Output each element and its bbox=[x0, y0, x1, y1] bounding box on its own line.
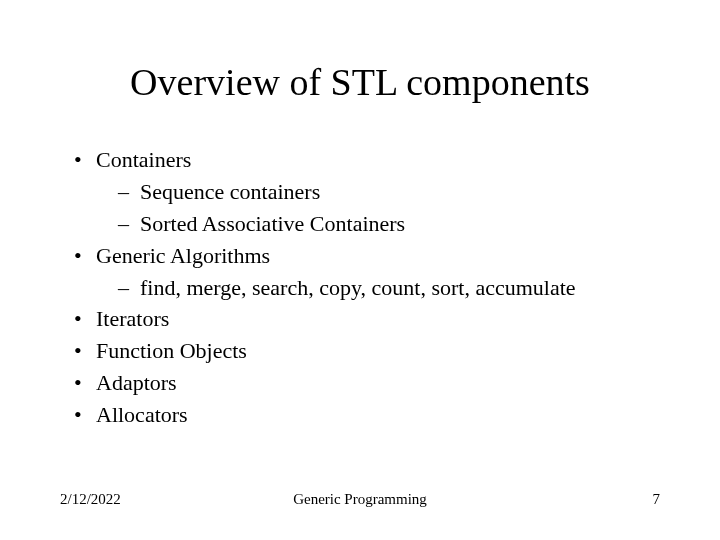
list-item: Function Objects bbox=[74, 335, 660, 367]
list-item: Sequence containers bbox=[118, 176, 660, 208]
bullet-text: Adaptors bbox=[96, 370, 177, 395]
list-item: Adaptors bbox=[74, 367, 660, 399]
list-item: Iterators bbox=[74, 303, 660, 335]
list-item: Generic Algorithms find, merge, search, … bbox=[74, 240, 660, 304]
bullet-text: Sorted Associative Containers bbox=[140, 211, 405, 236]
bullet-text: find, merge, search, copy, count, sort, … bbox=[140, 275, 576, 300]
footer-date: 2/12/2022 bbox=[60, 491, 121, 508]
list-item: find, merge, search, copy, count, sort, … bbox=[118, 272, 660, 304]
bullet-text: Allocators bbox=[96, 402, 188, 427]
bullet-text: Sequence containers bbox=[140, 179, 320, 204]
footer-title: Generic Programming bbox=[293, 491, 427, 508]
bullet-text: Containers bbox=[96, 147, 191, 172]
list-item: Allocators bbox=[74, 399, 660, 431]
footer-page-number: 7 bbox=[653, 491, 661, 508]
list-item: Sorted Associative Containers bbox=[118, 208, 660, 240]
bullet-text: Iterators bbox=[96, 306, 169, 331]
slide-title: Overview of STL components bbox=[60, 60, 660, 104]
list-item: Containers Sequence containers Sorted As… bbox=[74, 144, 660, 240]
slide-footer: 2/12/2022 Generic Programming 7 bbox=[60, 491, 660, 508]
bullet-text: Function Objects bbox=[96, 338, 247, 363]
slide-body: Containers Sequence containers Sorted As… bbox=[60, 144, 660, 431]
bullet-text: Generic Algorithms bbox=[96, 243, 270, 268]
